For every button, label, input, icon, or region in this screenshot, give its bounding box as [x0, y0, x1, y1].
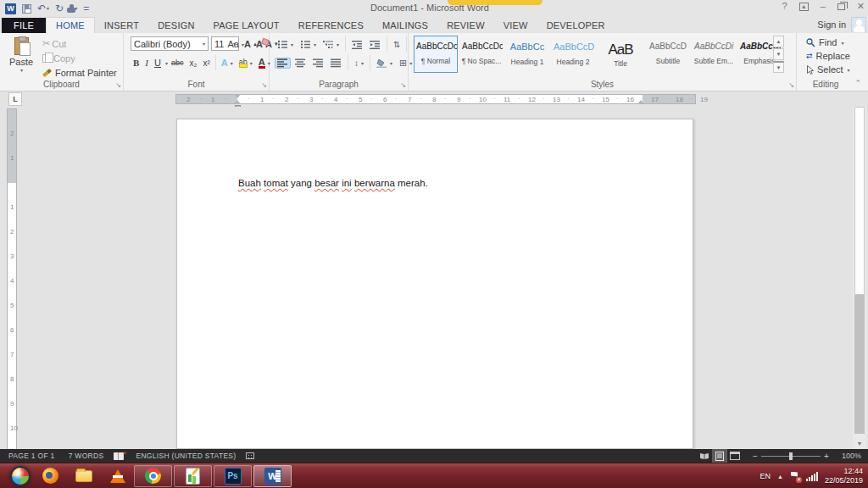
sort-button[interactable]: ⇅ [391, 39, 403, 50]
align-left-button[interactable] [275, 58, 291, 69]
redo-button[interactable]: ↻ [55, 3, 64, 14]
style-title[interactable]: AaBTitle [597, 36, 644, 73]
restore-button[interactable] [837, 3, 845, 10]
font-name-combo[interactable]: Calibri (Body)▾ [131, 36, 209, 51]
style-heading-2[interactable]: AaBbCcDHeading 2 [551, 36, 595, 73]
scrollbar-thumb[interactable] [854, 107, 865, 295]
taskbar-word-button[interactable]: W [253, 465, 292, 487]
document-text[interactable]: Buah tomat yang besar ini berwarna merah… [238, 178, 428, 188]
font-dialog-launcher[interactable]: ↘ [261, 82, 267, 89]
cut-button[interactable]: ✂Cut [40, 37, 120, 50]
taskbar-chart-app-button[interactable] [174, 465, 212, 487]
tab-stop-selector[interactable]: L [8, 92, 22, 106]
avatar[interactable] [851, 17, 866, 32]
multilevel-list-button[interactable]: ▾ [320, 39, 342, 50]
styles-dialog-launcher[interactable]: ↘ [788, 82, 794, 89]
macro-recording-icon[interactable] [246, 452, 254, 459]
tab-home[interactable]: HOME [46, 17, 95, 33]
print-layout-button[interactable] [712, 449, 727, 463]
tab-references[interactable]: REFERENCES [289, 18, 373, 33]
tab-developer[interactable]: DEVELOPER [537, 18, 615, 33]
sign-in-link[interactable]: Sign in [817, 19, 846, 30]
save-button[interactable] [22, 4, 31, 14]
underline-dropdown[interactable]: ▾ [165, 60, 168, 66]
proofing-errors-icon[interactable] [114, 452, 124, 460]
vertical-scrollbar[interactable]: ▲ ▼ [853, 107, 866, 449]
zoom-in-button[interactable]: + [821, 452, 832, 461]
collapse-ribbon-button[interactable]: ⌃ [854, 79, 861, 87]
taskbar-photoshop-button[interactable]: Ps [214, 465, 252, 487]
page-indicator[interactable]: PAGE 1 OF 1 [8, 452, 55, 460]
replace-button[interactable]: ⇄Replace [804, 50, 853, 62]
zoom-out-button[interactable]: − [749, 452, 761, 461]
taskbar-chrome-button[interactable] [134, 465, 172, 487]
change-case-button[interactable]: Aa▾ [225, 38, 247, 50]
strikethrough-button[interactable]: abc [169, 58, 186, 68]
tab-design[interactable]: DESIGN [148, 18, 203, 33]
tab-review[interactable]: REVIEW [437, 18, 494, 33]
format-painter-button[interactable]: Format Painter [40, 67, 120, 79]
decrease-indent-button[interactable] [349, 39, 365, 50]
select-button[interactable]: Select▾ [804, 64, 853, 75]
taskbar-explorer-icon[interactable] [70, 465, 98, 487]
subscript-button[interactable]: x₂ [187, 58, 200, 69]
undo-button[interactable]: ↶▾ [37, 3, 49, 14]
first-line-indent-marker[interactable] [234, 94, 241, 98]
align-right-button[interactable] [310, 58, 326, 69]
copy-button[interactable]: Copy [40, 53, 120, 64]
italic-button[interactable]: I [142, 57, 151, 69]
clear-formatting-button[interactable]: A [253, 38, 265, 50]
paste-button[interactable]: Paste ▾ [5, 36, 37, 86]
taskbar-vlc-icon[interactable] [103, 465, 132, 487]
touch-mode-button[interactable]: ▾ [70, 4, 77, 13]
horizontal-ruler[interactable]: 1234567891011121314151617181912·········… [175, 94, 696, 104]
highlight-button[interactable]: ab▾ [236, 57, 255, 69]
vertical-ruler[interactable]: 1212345678910 [7, 108, 17, 449]
word-logo-icon[interactable]: W [5, 3, 16, 14]
tab-mailings[interactable]: MAILINGS [373, 18, 437, 33]
style-subtle-emphasis[interactable]: AaBbCcDiSubtle Em... [692, 36, 736, 73]
find-button[interactable]: Find▾ [804, 36, 853, 48]
align-center-button[interactable] [292, 58, 309, 69]
web-layout-button[interactable] [727, 449, 743, 463]
style-heading-1[interactable]: AaBbCcHeading 1 [505, 36, 549, 73]
close-button[interactable]: ✕ [857, 2, 865, 11]
language-tray-indicator[interactable]: EN [760, 472, 771, 480]
clipboard-dialog-launcher[interactable]: ↘ [115, 82, 121, 89]
shading-button[interactable]: ▾ [374, 58, 395, 69]
clock[interactable]: 12:44 22/05/2019 [825, 467, 863, 485]
tab-page-layout[interactable]: PAGE LAYOUT [204, 18, 289, 33]
tab-file[interactable]: FILE [2, 18, 46, 33]
word-count[interactable]: 7 WORDS [69, 452, 104, 460]
scrollbar-down-arrow[interactable]: ▼ [853, 437, 866, 449]
language-indicator[interactable]: ENGLISH (UNITED STATES) [136, 452, 236, 460]
text-effects-button[interactable]: A▾ [219, 57, 236, 69]
increase-indent-button[interactable] [367, 39, 383, 50]
style-no-spacing[interactable]: AaBbCcDc¶ No Spac... [459, 36, 504, 73]
paragraph-dialog-launcher[interactable]: ↘ [400, 82, 406, 89]
line-spacing-button[interactable]: ↕▾ [352, 58, 366, 69]
ribbon-display-options-button[interactable]: ▲ [799, 3, 809, 11]
paste-dropdown[interactable]: ▾ [7, 67, 36, 73]
read-mode-button[interactable] [697, 449, 712, 463]
action-center-flag-icon[interactable] [790, 472, 799, 481]
minimize-button[interactable]: – [821, 2, 826, 11]
zoom-level[interactable]: 100% [832, 452, 861, 460]
taskbar-firefox-icon[interactable] [36, 465, 64, 487]
styles-scroll-up-button[interactable]: ▲ [773, 36, 784, 47]
zoom-slider[interactable] [761, 456, 821, 457]
tab-insert[interactable]: INSERT [95, 18, 148, 33]
zoom-slider-thumb[interactable] [789, 452, 793, 460]
styles-gallery-more-button[interactable]: ▼ [773, 61, 784, 73]
show-hidden-icons-button[interactable]: ▲ [777, 474, 783, 480]
help-button[interactable]: ? [782, 2, 787, 11]
document-page[interactable]: Buah tomat yang besar ini berwarna merah… [176, 119, 693, 449]
bold-button[interactable]: B [131, 57, 142, 69]
superscript-button[interactable]: x² [200, 58, 212, 69]
customize-qat-button[interactable]: = [83, 3, 88, 14]
underline-button[interactable]: U [152, 57, 164, 69]
tab-view[interactable]: VIEW [494, 18, 537, 33]
style-normal[interactable]: AaBbCcDc¶ Normal [414, 36, 458, 73]
network-icon[interactable] [806, 472, 818, 481]
start-button[interactable] [10, 466, 31, 486]
